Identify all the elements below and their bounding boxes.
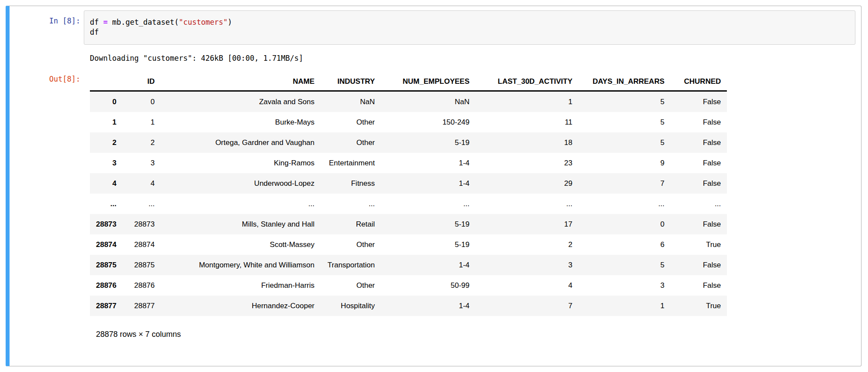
df-cell: 1-4 — [381, 153, 475, 173]
df-cell: True — [670, 296, 727, 316]
input-row: In [8]: df = mb.get_dataset("customers")… — [10, 10, 856, 45]
df-index-cell: 3 — [90, 153, 122, 173]
dataframe-header-row: IDNAMEINDUSTRYNUM_EMPLOYEESLAST_30D_ACTI… — [90, 73, 727, 91]
output-prompt: Out[8]: — [10, 73, 84, 83]
df-cell: 1 — [475, 91, 578, 112]
df-cell: False — [670, 275, 727, 296]
df-index-cell: 2 — [90, 132, 122, 153]
df-cell: False — [670, 91, 727, 112]
code-token-plain: df — [90, 18, 103, 26]
df-cell: 5-19 — [381, 214, 475, 234]
df-cell: ... — [320, 194, 381, 214]
df-cell: 5 — [578, 91, 670, 112]
df-cell: ... — [475, 194, 578, 214]
dataframe-table: IDNAMEINDUSTRYNUM_EMPLOYEESLAST_30D_ACTI… — [90, 73, 727, 316]
df-cell: 28873 — [122, 214, 161, 234]
df-cell: Underwood-Lopez — [161, 173, 320, 194]
df-cell: King-Ramos — [161, 153, 320, 173]
df-index-cell: 28877 — [90, 296, 122, 316]
df-cell: 28875 — [122, 255, 161, 275]
input-prompt: In [8]: — [10, 10, 84, 25]
df-column-header-days_in_arrears: DAYS_IN_ARREARS — [578, 73, 670, 91]
df-cell: Burke-Mays — [161, 112, 320, 132]
df-cell: Scott-Massey — [161, 234, 320, 255]
df-cell: Other — [320, 234, 381, 255]
df-cell: 2 — [475, 234, 578, 255]
table-row: 2887428874Scott-MasseyOther5-1926True — [90, 234, 727, 255]
df-cell: 3 — [578, 275, 670, 296]
df-index-cell: 28874 — [90, 234, 122, 255]
df-cell: Fitness — [320, 173, 381, 194]
table-row: 2887528875Montgomery, White and Williams… — [90, 255, 727, 275]
df-column-header-churned: CHURNED — [670, 73, 727, 91]
df-column-header-num_employees: NUM_EMPLOYEES — [381, 73, 475, 91]
df-cell: 1 — [122, 112, 161, 132]
df-cell: 28876 — [122, 275, 161, 296]
code-token-operator: = — [103, 18, 108, 26]
code-token-plain: mb.get_dataset( — [108, 18, 179, 26]
table-row: 2887328873Mills, Stanley and HallRetail5… — [90, 214, 727, 234]
df-index-cell: 28873 — [90, 214, 122, 234]
df-cell: Friedman-Harris — [161, 275, 320, 296]
df-index-cell: 4 — [90, 173, 122, 194]
df-cell: Montgomery, White and Williamson — [161, 255, 320, 275]
output-row: Out[8]: IDNAMEINDUSTRYNUM_EMPLOYEESLAST_… — [10, 73, 856, 339]
table-row: 44Underwood-LopezFitness1-4297False — [90, 173, 727, 194]
df-index-cell: 28875 — [90, 255, 122, 275]
code-editor[interactable]: df = mb.get_dataset("customers") df — [84, 10, 855, 45]
df-cell: 9 — [578, 153, 670, 173]
df-cell: 0 — [578, 214, 670, 234]
df-column-header-industry: INDUSTRY — [320, 73, 381, 91]
code-token-string: "customers" — [179, 18, 228, 26]
df-cell: 5 — [578, 255, 670, 275]
df-cell: 28874 — [122, 234, 161, 255]
df-cell: Entertainment — [320, 153, 381, 173]
df-cell: 5-19 — [381, 234, 475, 255]
table-row: ........................ — [90, 194, 727, 214]
df-cell: 4 — [122, 173, 161, 194]
df-cell: Ortega, Gardner and Vaughan — [161, 132, 320, 153]
stream-output: Downloading "customers": 426kB [00:00, 1… — [84, 45, 856, 63]
df-index-cell: 28876 — [90, 275, 122, 296]
df-column-header-name: NAME — [161, 73, 320, 91]
df-cell: 1-4 — [381, 173, 475, 194]
df-cell: False — [670, 173, 727, 194]
df-cell: Transportation — [320, 255, 381, 275]
df-cell: 3 — [475, 255, 578, 275]
table-row: 33King-RamosEntertainment1-4239False — [90, 153, 727, 173]
df-cell: 50-99 — [381, 275, 475, 296]
df-cell: ... — [381, 194, 475, 214]
code-text[interactable]: df = mb.get_dataset("customers") df — [90, 17, 849, 37]
notebook-cell[interactable]: In [8]: df = mb.get_dataset("customers")… — [6, 6, 861, 366]
df-cell: Retail — [320, 214, 381, 234]
df-cell: 5 — [578, 112, 670, 132]
df-cell: 2 — [122, 132, 161, 153]
df-cell: 3 — [122, 153, 161, 173]
df-cell: 5-19 — [381, 132, 475, 153]
table-row: 11Burke-MaysOther150-249115False — [90, 112, 727, 132]
table-row: 2887628876Friedman-HarrisOther50-9943Fal… — [90, 275, 727, 296]
df-cell: Hospitality — [320, 296, 381, 316]
df-cell: True — [670, 234, 727, 255]
output-area: IDNAMEINDUSTRYNUM_EMPLOYEESLAST_30D_ACTI… — [84, 73, 856, 339]
table-row: 2887728877Hernandez-CooperHospitality1-4… — [90, 296, 727, 316]
df-cell: 1 — [578, 296, 670, 316]
df-cell: 11 — [475, 112, 578, 132]
df-cell: NaN — [320, 91, 381, 112]
code-token-plain: df — [90, 28, 99, 36]
table-row: 22Ortega, Gardner and VaughanOther5-1918… — [90, 132, 727, 153]
df-cell: 6 — [578, 234, 670, 255]
df-cell: 4 — [475, 275, 578, 296]
dataframe-body: 00Zavala and SonsNaNNaN15False11Burke-Ma… — [90, 91, 727, 316]
dataframe-header: IDNAMEINDUSTRYNUM_EMPLOYEESLAST_30D_ACTI… — [90, 73, 727, 91]
df-cell: False — [670, 132, 727, 153]
df-column-header-id: ID — [122, 73, 161, 91]
df-cell: Hernandez-Cooper — [161, 296, 320, 316]
df-cell: 7 — [475, 296, 578, 316]
df-cell: 29 — [475, 173, 578, 194]
df-cell: 23 — [475, 153, 578, 173]
df-cell: ... — [122, 194, 161, 214]
df-cell: Other — [320, 275, 381, 296]
df-cell: 1-4 — [381, 296, 475, 316]
df-cell: False — [670, 112, 727, 132]
